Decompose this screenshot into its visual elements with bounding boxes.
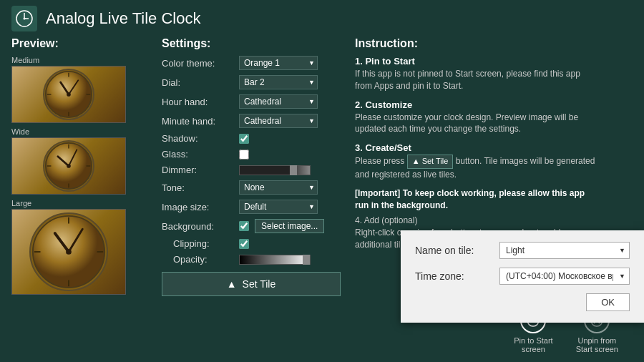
step-1-title: 1. Pin to Start [355, 56, 598, 67]
time-zone-row: Time zone: (UTC+04:00) Московское время … [415, 268, 630, 285]
app-title: Analog Live Tile Clock [46, 9, 200, 28]
settings-title: Settings: [162, 37, 341, 50]
image-size-select[interactable]: Defult Small Large [239, 200, 318, 214]
background-label: Background: [162, 221, 233, 232]
image-size-select-wrapper[interactable]: Defult Small Large [239, 200, 318, 214]
opacity-slider[interactable] [239, 255, 311, 265]
preview-large-item: Large [11, 199, 147, 295]
clock-wide [43, 140, 94, 192]
preview-section: Preview: Medium [11, 37, 147, 299]
dial-select[interactable]: Bar 2 Bar 1 Roman [239, 75, 318, 89]
preview-medium-item: Medium [11, 56, 147, 123]
color-theme-label: Color theme: [162, 58, 233, 69]
app-icon [11, 6, 37, 31]
name-on-tile-label: Name on tile: [415, 245, 494, 256]
minute-hand-select[interactable]: Cathedral Simple Modern [239, 114, 318, 128]
dial-select-wrapper[interactable]: Bar 2 Bar 1 Roman [239, 75, 318, 89]
shadow-checkbox[interactable] [239, 134, 249, 144]
image-size-label: Image size: [162, 202, 233, 212]
clipping-checkbox[interactable] [239, 239, 249, 249]
glass-row: Glass: [162, 149, 341, 160]
minute-hand-select-wrapper[interactable]: Cathedral Simple Modern [239, 114, 318, 128]
clipping-label: Clipping: [162, 238, 233, 249]
time-zone-label: Time zone: [415, 270, 494, 282]
step-4-text: 4. Add (optional) [355, 215, 598, 227]
set-tile-icon: ▲ [227, 278, 237, 290]
tone-row: Tone: None Sepia Grayscale [162, 180, 341, 195]
time-zone-select[interactable]: (UTC+04:00) Московское время (зим (UTC+0… [499, 268, 630, 285]
name-on-tile-select[interactable]: Light Dark None [499, 242, 630, 259]
step-3-text: Please press ▲ Set Tile button. Tile ima… [355, 155, 598, 180]
tone-select[interactable]: None Sepia Grayscale [239, 180, 318, 195]
glass-checkbox[interactable] [239, 150, 249, 160]
step-3-title: 3. Create/Set [355, 142, 598, 153]
shadow-row: Shadow: [162, 133, 341, 144]
instruction-title: Instruction: [355, 37, 598, 50]
minute-hand-label: Minute hand: [162, 116, 233, 127]
hour-hand-select[interactable]: Cathedral Simple Modern [239, 94, 318, 109]
dialog-ok-button[interactable]: OK [586, 293, 630, 311]
opacity-label: Opacity: [162, 254, 233, 265]
preview-medium-label: Medium [11, 56, 147, 64]
dial-label: Dial: [162, 77, 233, 88]
preview-medium-img [11, 66, 126, 123]
dimmer-label: Dimmer: [162, 165, 233, 175]
shadow-label: Shadow: [162, 133, 233, 144]
color-theme-select[interactable]: Orange 1 Orange 2 Blue 1 [239, 56, 318, 70]
color-theme-row: Color theme: Orange 1 Orange 2 Blue 1 [162, 56, 341, 70]
svg-point-28 [66, 249, 72, 255]
tone-select-wrapper[interactable]: None Sepia Grayscale [239, 180, 318, 195]
preview-large-label: Large [11, 199, 147, 207]
hour-hand-select-wrapper[interactable]: Cathedral Simple Modern [239, 94, 318, 109]
preview-wide-label: Wide [11, 127, 147, 136]
select-image-button[interactable]: Select image... [255, 219, 324, 233]
hour-hand-label: Hour hand: [162, 97, 233, 107]
set-tile-button[interactable]: ▲ Set Tile [162, 272, 341, 296]
pin-to-start-label: Pin to Startscreen [514, 336, 552, 353]
preview-title: Preview: [11, 37, 147, 50]
clock-large [29, 212, 108, 291]
instruction-step-3: 3. Create/Set Please press ▲ Set Tile bu… [355, 142, 598, 180]
dimmer-row: Dimmer: [162, 165, 341, 175]
name-on-tile-row: Name on tile: Light Dark None [415, 242, 630, 259]
step-4-important: [Important] To keep clock working, pleas… [355, 187, 598, 212]
svg-point-12 [67, 92, 71, 97]
color-theme-select-wrapper[interactable]: Orange 1 Orange 2 Blue 1 [239, 56, 318, 70]
hour-hand-row: Hour hand: Cathedral Simple Modern [162, 94, 341, 109]
name-timezone-dialog: Name on tile: Light Dark None Time zone:… [401, 230, 644, 323]
unpin-from-start-label: Unpin fromStart screen [576, 336, 618, 353]
preview-wide-item: Wide [11, 127, 147, 195]
clipping-row: Clipping: [162, 238, 341, 249]
minute-hand-row: Minute hand: Cathedral Simple Modern [162, 114, 341, 128]
header: Analog Live Tile Clock [0, 0, 644, 37]
preview-large-img [11, 209, 126, 295]
image-size-row: Image size: Defult Small Large [162, 200, 341, 214]
instruction-step-1: 1. Pin to Start If this app is not pinne… [355, 56, 598, 92]
svg-point-20 [67, 164, 71, 168]
time-zone-select-wrapper[interactable]: (UTC+04:00) Московское время (зим (UTC+0… [499, 268, 630, 285]
set-tile-label: Set Tile [243, 278, 276, 290]
step-1-text: If this app is not pinned to Start scree… [355, 68, 598, 92]
dial-row: Dial: Bar 2 Bar 1 Roman [162, 75, 341, 89]
glass-label: Glass: [162, 149, 233, 160]
step-2-title: 2. Customize [355, 99, 598, 110]
svg-point-4 [24, 18, 26, 20]
opacity-row: Opacity: [162, 254, 341, 265]
background-row: Background: Select image... [162, 219, 341, 233]
dimmer-slider[interactable] [239, 165, 311, 175]
step-3-inline-button: ▲ Set Tile [407, 155, 454, 168]
clock-medium [43, 69, 94, 120]
name-on-tile-select-wrapper[interactable]: Light Dark None [499, 242, 630, 259]
tone-label: Tone: [162, 182, 233, 193]
preview-wide-img [11, 137, 126, 195]
settings-section: Settings: Color theme: Orange 1 Orange 2… [162, 37, 341, 299]
step-2-text: Please customize your clock design. Prev… [355, 112, 598, 136]
instruction-step-2: 2. Customize Please customize your clock… [355, 99, 598, 136]
background-checkbox[interactable] [239, 221, 249, 231]
